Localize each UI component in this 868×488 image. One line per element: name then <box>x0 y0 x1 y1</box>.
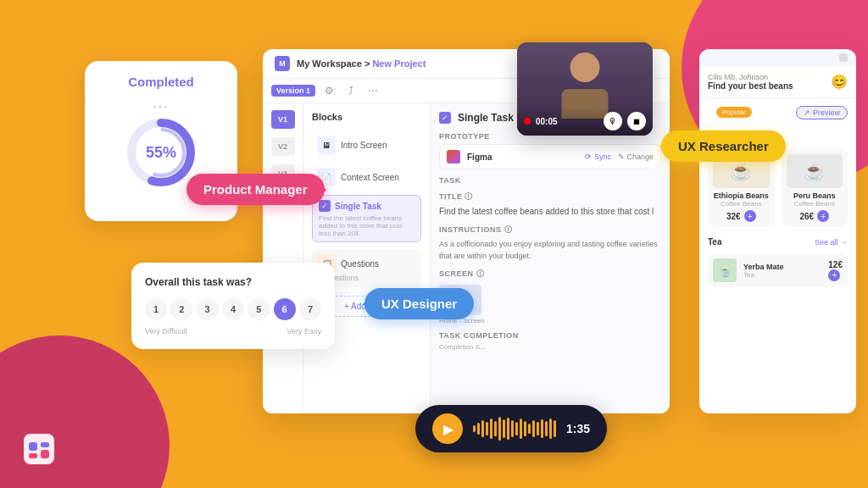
rating-label-right: Very Easy <box>287 327 321 336</box>
waveform-bar <box>473 425 476 432</box>
context-screen-label: Context Screen <box>341 173 399 182</box>
waveform-bar <box>532 420 535 437</box>
popular-badge: Popular <box>716 107 752 118</box>
waveform-bar <box>545 421 548 436</box>
peru-name: Peru Beans <box>787 191 843 200</box>
see-all-link[interactable]: See all → <box>815 238 848 247</box>
intro-screen-block[interactable]: 🖥 Intro Screen <box>312 130 421 159</box>
sidebar-v2[interactable]: V2 <box>271 137 295 156</box>
blocks-panel: Blocks 🖥 Intro Screen 📄 Context Screen ✓… <box>303 103 431 413</box>
task-header-title: Single Task <box>458 112 514 124</box>
audio-time: 1:35 <box>566 422 590 435</box>
waveform-bar <box>503 419 505 438</box>
video-time: 00:05 <box>536 117 558 126</box>
donut-percent: 55% <box>146 144 176 162</box>
waveform-bar <box>486 422 488 435</box>
ux-researcher-bubble: UX Researcher <box>661 130 786 162</box>
rating-3[interactable]: 3 <box>197 298 219 320</box>
play-button[interactable]: ▶ <box>432 413 463 444</box>
ethiopia-category: Coffee Beans <box>713 200 770 208</box>
bg-curve-bottom-left <box>0 336 170 488</box>
sync-button[interactable]: ⟳ Sync <box>585 152 611 161</box>
task-label: Task <box>439 176 661 185</box>
ecommerce-panel: Cilis Mb, Johnson Find your best beans 😊… <box>699 49 856 413</box>
single-task-desc: Find the latest coffee beans added to th… <box>319 214 415 237</box>
waveform-bar <box>554 420 556 437</box>
waveform-bar <box>498 417 501 441</box>
rating-5[interactable]: 5 <box>248 298 270 320</box>
mic-button[interactable]: 🎙 <box>604 112 622 130</box>
yerba-img: 🍵 <box>713 258 737 282</box>
audio-player: ▶ 1:35 <box>415 405 607 452</box>
stop-button[interactable]: ⏹ <box>627 112 646 130</box>
ecommerce-user: Cilis Mb, Johnson <box>708 73 793 81</box>
yerba-add-btn[interactable]: + <box>828 269 840 281</box>
prototype-row[interactable]: Figma ⟳ Sync ✎ Change <box>439 144 661 169</box>
svg-rect-2 <box>41 442 49 447</box>
rating-label-left: Very Difficult <box>145 327 187 336</box>
figma-icon <box>447 150 460 164</box>
questions-label: Questions <box>341 259 379 269</box>
waveform-bar <box>511 420 514 437</box>
ethiopia-add-btn[interactable]: + <box>744 210 756 222</box>
yerba-price: 12€ <box>828 260 843 269</box>
waveform-bar <box>515 422 518 435</box>
more-icon[interactable]: ⋯ <box>364 82 381 99</box>
rating-question: Overall this task was? <box>145 276 321 288</box>
rating-1[interactable]: 1 <box>145 298 167 320</box>
donut-wrapper: 55% <box>123 114 199 191</box>
product-peru: ☕ Peru Beans Coffee Beans 26€ + <box>782 149 849 227</box>
svg-rect-3 <box>29 453 37 458</box>
blocks-title: Blocks <box>312 112 421 122</box>
waveform-bar <box>537 422 539 435</box>
rating-4[interactable]: 4 <box>222 298 244 320</box>
waveform-bar <box>477 423 480 435</box>
version-tag: Version 1 <box>271 85 315 97</box>
tea-section-title: Tea <box>708 237 722 247</box>
ecommerce-find-title: Find your best beans <box>708 81 793 91</box>
task-title-text: Find the latest coffee beans added to th… <box>439 206 661 218</box>
tea-section-header: Tea See all → <box>708 237 848 247</box>
waveform-bar <box>520 419 522 439</box>
rating-2[interactable]: 2 <box>170 298 192 320</box>
share-icon[interactable]: ⤴ <box>342 82 359 99</box>
waveform-bar <box>541 419 543 438</box>
sidebar-v1[interactable]: V1 <box>271 110 295 129</box>
check-icon: ✓ <box>442 114 448 122</box>
single-task-label: Single Task <box>335 202 381 211</box>
rating-scale: 1 2 3 4 5 6 7 <box>145 298 321 320</box>
play-icon: ▶ <box>443 421 453 437</box>
video-preview: 00:05 🎙 ⏹ <box>517 42 653 136</box>
sidebar-panel: V1 V2 V3 13 <box>263 103 303 413</box>
instructions-text: As a cofficionado you enjoy exploring an… <box>439 239 661 262</box>
single-task-block[interactable]: ✓ Single Task Find the latest coffee bea… <box>312 195 421 242</box>
waveform-bar <box>528 424 531 434</box>
instructions-label: INSTRUCTIONS ⓘ <box>439 225 661 236</box>
waveform-bar <box>490 419 492 439</box>
waveform-bar <box>481 420 484 437</box>
rating-7[interactable]: 7 <box>299 298 321 320</box>
breadcrumb: My Workspace > New Project <box>297 58 426 69</box>
peru-price: 26€ <box>799 212 814 221</box>
peru-img: ☕ <box>787 154 843 188</box>
ethiopia-price: 32€ <box>726 212 741 221</box>
svg-rect-0 <box>24 434 54 464</box>
yerba-name: Yerba Mate <box>743 263 821 271</box>
window-btn-1 <box>839 53 848 62</box>
waveform-bar <box>494 421 497 436</box>
intro-screen-icon: 🖥 <box>317 136 336 154</box>
ecommerce-header: Cilis Mb, Johnson Find your best beans 😊 <box>699 66 856 98</box>
change-button[interactable]: ✎ Change <box>618 152 654 161</box>
svg-rect-4 <box>41 450 49 458</box>
preview-button[interactable]: ↗ Preview <box>796 106 848 119</box>
svg-rect-1 <box>29 442 37 451</box>
settings-icon[interactable]: ⚙ <box>320 82 337 99</box>
rating-6[interactable]: 6 <box>274 298 296 320</box>
peru-add-btn[interactable]: + <box>817 210 829 222</box>
intro-screen-label: Intro Screen <box>341 141 387 150</box>
yerba-category: Tea <box>743 271 821 279</box>
rating-labels: Very Difficult Very Easy <box>145 327 321 336</box>
main-task-panel: ✓ Single Task Prototype Figma ⟳ Sync ✎ C… <box>431 103 670 413</box>
waveform-bar <box>507 418 509 440</box>
app-logo <box>24 434 54 464</box>
